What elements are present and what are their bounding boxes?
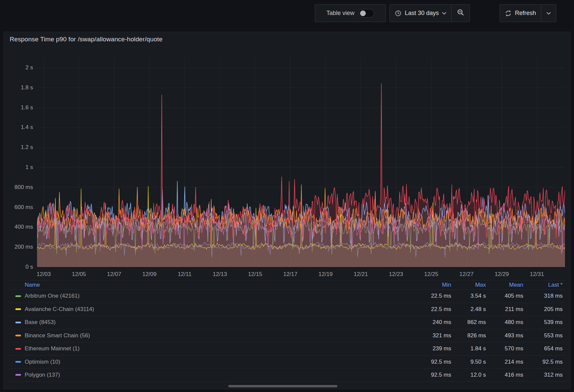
panel-title[interactable]: Response Time p90 for /swap/allowance-ho… [10,36,163,43]
legend-mean-value: 480 ms [486,319,523,326]
legend-min-value: 92.5 ms [411,372,451,378]
legend-row: Arbitrum One (42161)22.5 ms3.54 s405 ms3… [9,289,565,303]
x-axis-tick: 12/15 [241,271,269,278]
legend-column-max[interactable]: Max [451,282,486,288]
legend-min-value: 239 ms [411,345,451,352]
legend-max-value: 1.84 s [451,345,486,352]
y-axis-tick: 1.8 s [4,84,33,91]
legend-series-name: Ethereum Mainnet (1) [25,345,79,352]
legend-column-min[interactable]: Min [411,282,451,288]
legend-series-name: Avalanche C-Chain (43114) [25,306,94,313]
legend-table: NameMinMaxMeanLast *Arbitrum One (42161)… [9,280,565,382]
y-axis-tick: 600 ms [4,204,33,211]
y-axis-tick: 0 s [4,263,33,271]
x-axis-tick: 12/31 [523,271,551,278]
legend-row: Binance Smart Chain (56)321 ms826 ms493 … [9,329,565,342]
legend-series-toggle[interactable]: Binance Smart Chain (56) [15,332,411,339]
legend-min-value: 22.5 ms [411,306,451,313]
sync-icon [505,10,512,17]
legend-series-toggle[interactable]: Arbitrum One (42161) [15,293,411,299]
toggle-knob [360,10,366,16]
legend-column-mean[interactable]: Mean [486,282,523,288]
legend-series-toggle[interactable]: Base (8453) [15,319,411,326]
legend-row: Base (8453)240 ms862 ms480 ms539 ms [9,316,565,329]
series-color-swatch [15,295,21,297]
legend-series-name: Base (8453) [25,319,56,326]
y-axis-tick: 1.4 s [4,124,33,131]
legend-series-name: Polygon (137) [25,372,60,378]
series-color-swatch [15,348,21,350]
chevron-down-icon [442,12,446,15]
legend-series-toggle[interactable]: Optimism (10) [15,359,411,365]
legend-max-value: 862 ms [451,319,486,326]
table-view-label: Table view [326,10,354,17]
series-color-swatch [15,361,21,363]
series-color-swatch [15,374,21,376]
time-range-picker-button[interactable]: Last 30 days [390,5,451,22]
y-axis-tick: 200 ms [4,243,33,251]
legend-min-value: 240 ms [411,319,451,326]
y-axis-tick: 1 s [4,164,33,171]
legend-mean-value: 416 ms [486,372,523,378]
legend-last-value: 92.5 ms [523,359,563,365]
y-axis-tick: 800 ms [4,184,33,191]
legend-series-name: Binance Smart Chain (56) [25,332,90,339]
chevron-down-icon [547,12,551,15]
legend-last-value: 539 ms [523,319,563,326]
series-color-swatch [15,322,21,323]
timeseries-plot[interactable] [37,57,565,267]
series-color-swatch [15,308,21,310]
legend-max-value: 2.48 s [451,306,486,313]
x-axis-tick: 12/13 [206,271,234,278]
table-view-toggle[interactable] [359,9,374,18]
legend-series-toggle[interactable]: Polygon (137) [15,372,411,378]
legend-mean-value: 211 ms [486,306,523,313]
time-range-group: Last 30 days [389,4,470,22]
series-color-swatch [15,335,21,336]
legend-max-value: 3.54 s [451,293,486,299]
magnifier-minus-icon [457,9,464,18]
x-axis-tick: 12/23 [382,271,410,278]
y-axis-tick: 1.6 s [4,104,33,111]
legend-column-last[interactable]: Last * [523,282,563,288]
refresh-label: Refresh [515,10,536,17]
timeseries-panel: Response Time p90 for /swap/allowance-ho… [3,32,571,389]
legend-row: Avalanche C-Chain (43114)22.5 ms2.48 s21… [9,303,565,316]
horizontal-scrollbar-thumb[interactable] [228,385,337,387]
x-axis-tick: 12/09 [135,271,164,278]
legend-last-value: 553 ms [523,332,563,339]
refresh-group: Refresh [500,4,556,22]
refresh-interval-dropdown[interactable] [541,5,556,22]
x-axis-tick: 12/17 [276,271,304,278]
x-axis-tick: 12/21 [347,271,375,278]
refresh-button[interactable]: Refresh [500,5,541,22]
time-range-label: Last 30 days [405,10,439,17]
legend-column-name[interactable]: Name [15,282,411,288]
clock-icon [395,10,401,17]
legend-mean-value: 405 ms [486,293,523,299]
legend-max-value: 826 ms [451,332,486,339]
legend-max-value: 9.50 s [451,359,486,365]
legend-min-value: 92.5 ms [411,359,451,365]
legend-last-value: 318 ms [523,293,563,299]
legend-last-value: 312 ms [523,372,563,378]
x-axis-tick: 12/03 [30,271,58,278]
x-axis-tick: 12/29 [488,271,516,278]
legend-mean-value: 570 ms [486,345,523,352]
legend-mean-value: 493 ms [486,332,523,339]
legend-max-value: 12.0 s [451,372,486,378]
grafana-dashboard: Table view Last 30 days [0,0,574,392]
legend-series-toggle[interactable]: Ethereum Mainnet (1) [15,345,411,352]
series-fill [37,84,565,267]
legend-header-row: NameMinMaxMeanLast * [9,280,565,289]
legend-series-name: Optimism (10) [25,359,60,365]
table-view-control: Table view [315,4,386,22]
legend-min-value: 22.5 ms [411,293,451,299]
legend-row: Polygon (137)92.5 ms12.0 s416 ms312 ms [9,368,565,382]
x-axis-tick: 12/27 [453,271,481,278]
y-axis-tick: 400 ms [4,223,33,231]
legend-series-toggle[interactable]: Avalanche C-Chain (43114) [15,306,411,313]
legend-min-value: 321 ms [411,332,451,339]
zoom-out-button[interactable] [452,5,470,22]
legend-row: Optimism (10)92.5 ms9.50 s214 ms92.5 ms [9,355,565,369]
